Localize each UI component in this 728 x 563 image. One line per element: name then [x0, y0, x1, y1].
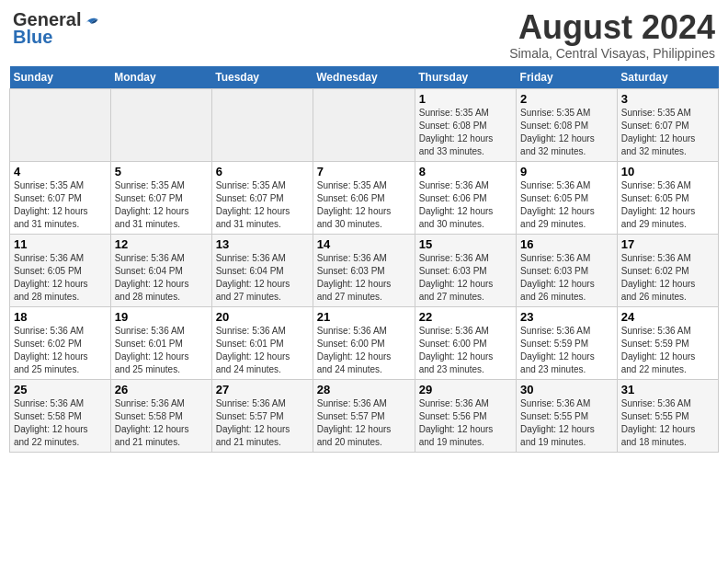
calendar-cell: 19Sunrise: 5:36 AM Sunset: 6:01 PM Dayli…: [110, 306, 211, 379]
day-number: 4: [14, 165, 107, 178]
calendar-cell: 26Sunrise: 5:36 AM Sunset: 5:58 PM Dayli…: [110, 379, 211, 452]
day-info: Sunrise: 5:36 AM Sunset: 5:58 PM Dayligh…: [115, 397, 208, 449]
day-info: Sunrise: 5:35 AM Sunset: 6:07 PM Dayligh…: [216, 179, 309, 231]
day-info: Sunrise: 5:35 AM Sunset: 6:07 PM Dayligh…: [115, 179, 208, 231]
day-info: Sunrise: 5:36 AM Sunset: 6:03 PM Dayligh…: [419, 252, 512, 304]
day-number: 22: [419, 310, 512, 324]
day-info: Sunrise: 5:36 AM Sunset: 6:06 PM Dayligh…: [419, 179, 512, 231]
weekday-header-row: SundayMondayTuesdayWednesdayThursdayFrid…: [10, 66, 719, 89]
weekday-header-wednesday: Wednesday: [313, 66, 415, 89]
day-info: Sunrise: 5:36 AM Sunset: 5:59 PM Dayligh…: [621, 325, 714, 376]
day-number: 1: [419, 92, 512, 106]
calendar-cell: 22Sunrise: 5:36 AM Sunset: 6:00 PM Dayli…: [415, 306, 516, 379]
calendar-cell: 13Sunrise: 5:36 AM Sunset: 6:04 PM Dayli…: [211, 234, 313, 306]
day-info: Sunrise: 5:36 AM Sunset: 6:00 PM Dayligh…: [317, 325, 411, 376]
day-info: Sunrise: 5:36 AM Sunset: 5:57 PM Dayligh…: [216, 397, 309, 449]
calendar-cell: 11Sunrise: 5:36 AM Sunset: 6:05 PM Dayli…: [10, 234, 111, 306]
day-number: 20: [216, 310, 309, 324]
calendar-cell: 18Sunrise: 5:36 AM Sunset: 6:02 PM Dayli…: [10, 306, 111, 379]
logo-bird-icon: [83, 14, 99, 27]
calendar-cell: 8Sunrise: 5:36 AM Sunset: 6:06 PM Daylig…: [415, 161, 516, 234]
calendar-cell: [211, 88, 313, 161]
calendar-cell: 2Sunrise: 5:35 AM Sunset: 6:08 PM Daylig…: [517, 88, 618, 161]
calendar-cell: 20Sunrise: 5:36 AM Sunset: 6:01 PM Dayli…: [211, 306, 313, 379]
day-info: Sunrise: 5:36 AM Sunset: 5:59 PM Dayligh…: [520, 325, 613, 376]
day-info: Sunrise: 5:35 AM Sunset: 6:07 PM Dayligh…: [621, 107, 714, 158]
week-row-1: 1Sunrise: 5:35 AM Sunset: 6:08 PM Daylig…: [10, 88, 719, 161]
calendar-cell: 21Sunrise: 5:36 AM Sunset: 6:00 PM Dayli…: [313, 306, 415, 379]
calendar-cell: 4Sunrise: 5:35 AM Sunset: 6:07 PM Daylig…: [10, 161, 111, 234]
calendar-table: SundayMondayTuesdayWednesdayThursdayFrid…: [9, 66, 719, 453]
calendar-cell: 15Sunrise: 5:36 AM Sunset: 6:03 PM Dayli…: [415, 234, 516, 306]
calendar-cell: 24Sunrise: 5:36 AM Sunset: 5:59 PM Dayli…: [617, 306, 718, 379]
week-row-5: 25Sunrise: 5:36 AM Sunset: 5:58 PM Dayli…: [10, 379, 719, 452]
day-info: Sunrise: 5:36 AM Sunset: 6:05 PM Dayligh…: [520, 179, 613, 231]
day-info: Sunrise: 5:36 AM Sunset: 5:56 PM Dayligh…: [419, 397, 512, 449]
calendar-cell: 16Sunrise: 5:36 AM Sunset: 6:03 PM Dayli…: [517, 234, 618, 306]
day-info: Sunrise: 5:36 AM Sunset: 6:03 PM Dayligh…: [520, 252, 613, 304]
day-number: 25: [14, 383, 107, 396]
calendar-cell: 25Sunrise: 5:36 AM Sunset: 5:58 PM Dayli…: [10, 379, 111, 452]
calendar-cell: 31Sunrise: 5:36 AM Sunset: 5:55 PM Dayli…: [617, 379, 718, 452]
day-info: Sunrise: 5:35 AM Sunset: 6:08 PM Dayligh…: [419, 107, 512, 158]
calendar-cell: [110, 88, 211, 161]
day-number: 31: [621, 383, 714, 396]
calendar-cell: 3Sunrise: 5:35 AM Sunset: 6:07 PM Daylig…: [617, 88, 718, 161]
day-number: 29: [419, 383, 512, 396]
day-number: 12: [115, 237, 208, 251]
day-info: Sunrise: 5:36 AM Sunset: 6:05 PM Dayligh…: [621, 179, 714, 231]
calendar-cell: [313, 88, 415, 161]
day-number: 27: [216, 383, 309, 396]
day-info: Sunrise: 5:36 AM Sunset: 6:01 PM Dayligh…: [216, 325, 309, 376]
weekday-header-saturday: Saturday: [617, 66, 718, 89]
calendar-cell: 5Sunrise: 5:35 AM Sunset: 6:07 PM Daylig…: [110, 161, 211, 234]
calendar-cell: 23Sunrise: 5:36 AM Sunset: 5:59 PM Dayli…: [517, 306, 618, 379]
day-info: Sunrise: 5:35 AM Sunset: 6:06 PM Dayligh…: [317, 179, 411, 231]
day-info: Sunrise: 5:36 AM Sunset: 5:55 PM Dayligh…: [520, 397, 613, 449]
day-info: Sunrise: 5:36 AM Sunset: 6:02 PM Dayligh…: [621, 252, 714, 304]
day-info: Sunrise: 5:36 AM Sunset: 5:58 PM Dayligh…: [14, 397, 107, 449]
day-number: 26: [115, 383, 208, 396]
week-row-2: 4Sunrise: 5:35 AM Sunset: 6:07 PM Daylig…: [10, 161, 719, 234]
day-info: Sunrise: 5:36 AM Sunset: 6:01 PM Dayligh…: [115, 325, 208, 376]
calendar-cell: 28Sunrise: 5:36 AM Sunset: 5:57 PM Dayli…: [313, 379, 415, 452]
week-row-4: 18Sunrise: 5:36 AM Sunset: 6:02 PM Dayli…: [10, 306, 719, 379]
day-info: Sunrise: 5:36 AM Sunset: 5:55 PM Dayligh…: [621, 397, 714, 449]
day-number: 6: [216, 165, 309, 178]
day-number: 9: [520, 165, 613, 178]
day-number: 16: [520, 237, 613, 251]
day-info: Sunrise: 5:36 AM Sunset: 6:00 PM Dayligh…: [419, 325, 512, 376]
day-number: 10: [621, 165, 714, 178]
day-info: Sunrise: 5:36 AM Sunset: 6:04 PM Dayligh…: [216, 252, 309, 304]
day-number: 2: [520, 92, 613, 106]
weekday-header-friday: Friday: [517, 66, 618, 89]
day-info: Sunrise: 5:36 AM Sunset: 6:03 PM Dayligh…: [317, 252, 411, 304]
weekday-header-thursday: Thursday: [415, 66, 516, 89]
calendar-cell: 1Sunrise: 5:35 AM Sunset: 6:08 PM Daylig…: [415, 88, 516, 161]
day-number: 3: [621, 92, 714, 106]
day-number: 19: [115, 310, 208, 324]
day-number: 23: [520, 310, 613, 324]
calendar-cell: 14Sunrise: 5:36 AM Sunset: 6:03 PM Dayli…: [313, 234, 415, 306]
title-block: August 2024 Simala, Central Visayas, Phi…: [509, 9, 715, 61]
day-info: Sunrise: 5:35 AM Sunset: 6:07 PM Dayligh…: [14, 179, 107, 231]
calendar-cell: 17Sunrise: 5:36 AM Sunset: 6:02 PM Dayli…: [617, 234, 718, 306]
calendar-cell: [10, 88, 111, 161]
day-number: 28: [317, 383, 411, 396]
day-number: 30: [520, 383, 613, 396]
day-number: 5: [115, 165, 208, 178]
day-number: 8: [419, 165, 512, 178]
day-info: Sunrise: 5:36 AM Sunset: 6:04 PM Dayligh…: [115, 252, 208, 304]
day-info: Sunrise: 5:35 AM Sunset: 6:08 PM Dayligh…: [520, 107, 613, 158]
day-number: 18: [14, 310, 107, 324]
calendar-cell: 29Sunrise: 5:36 AM Sunset: 5:56 PM Dayli…: [415, 379, 516, 452]
day-number: 13: [216, 237, 309, 251]
calendar-cell: 27Sunrise: 5:36 AM Sunset: 5:57 PM Dayli…: [211, 379, 313, 452]
day-number: 24: [621, 310, 714, 324]
day-info: Sunrise: 5:36 AM Sunset: 6:02 PM Dayligh…: [14, 325, 107, 376]
day-info: Sunrise: 5:36 AM Sunset: 5:57 PM Dayligh…: [317, 397, 411, 449]
calendar-cell: 6Sunrise: 5:35 AM Sunset: 6:07 PM Daylig…: [211, 161, 313, 234]
logo-blue: Blue: [13, 27, 52, 48]
calendar-cell: 12Sunrise: 5:36 AM Sunset: 6:04 PM Dayli…: [110, 234, 211, 306]
weekday-header-tuesday: Tuesday: [211, 66, 313, 89]
